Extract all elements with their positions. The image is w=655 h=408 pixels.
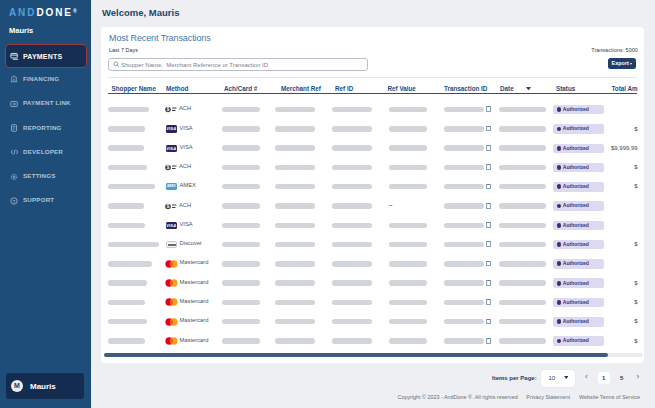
svg-text:?: ? <box>13 198 16 203</box>
